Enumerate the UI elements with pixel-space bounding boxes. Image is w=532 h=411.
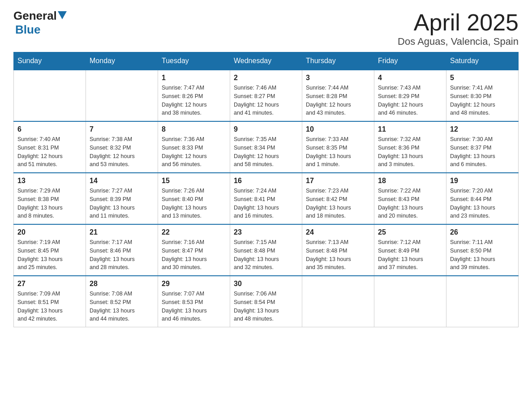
day-info: Sunrise: 7:36 AMSunset: 8:33 PMDaylight:… — [162, 135, 226, 169]
weekday-header-saturday: Saturday — [446, 52, 519, 70]
day-number: 25 — [378, 228, 442, 236]
day-info: Sunrise: 7:16 AMSunset: 8:47 PMDaylight:… — [162, 238, 226, 272]
day-number: 14 — [90, 177, 154, 185]
day-number: 27 — [17, 280, 82, 288]
calendar-cell: 19Sunrise: 7:20 AMSunset: 8:44 PMDayligh… — [446, 173, 519, 224]
calendar-week-2: 6Sunrise: 7:40 AMSunset: 8:31 PMDaylight… — [14, 121, 519, 173]
day-number: 3 — [306, 74, 370, 82]
logo-text-blue: Blue — [15, 23, 40, 37]
calendar-cell: 10Sunrise: 7:33 AMSunset: 8:35 PMDayligh… — [302, 121, 374, 173]
calendar-cell: 4Sunrise: 7:43 AMSunset: 8:29 PMDaylight… — [374, 70, 446, 121]
day-info: Sunrise: 7:09 AMSunset: 8:51 PMDaylight:… — [17, 290, 82, 323]
calendar-cell: 7Sunrise: 7:38 AMSunset: 8:32 PMDaylight… — [86, 121, 158, 173]
weekday-header-monday: Monday — [86, 52, 158, 70]
day-info: Sunrise: 7:26 AMSunset: 8:40 PMDaylight:… — [162, 187, 226, 220]
calendar-title: April 2025 — [398, 9, 519, 36]
day-number: 5 — [450, 74, 515, 82]
calendar-cell: 5Sunrise: 7:41 AMSunset: 8:30 PMDaylight… — [446, 70, 519, 121]
calendar-cell: 9Sunrise: 7:35 AMSunset: 8:34 PMDaylight… — [230, 121, 302, 173]
calendar-table: SundayMondayTuesdayWednesdayThursdayFrid… — [13, 52, 519, 327]
weekday-header-thursday: Thursday — [302, 52, 374, 70]
day-number: 16 — [234, 177, 298, 185]
day-info: Sunrise: 7:07 AMSunset: 8:53 PMDaylight:… — [162, 290, 226, 323]
calendar-week-4: 20Sunrise: 7:19 AMSunset: 8:45 PMDayligh… — [14, 224, 519, 276]
calendar-cell: 25Sunrise: 7:12 AMSunset: 8:49 PMDayligh… — [374, 224, 446, 276]
calendar-cell: 3Sunrise: 7:44 AMSunset: 8:28 PMDaylight… — [302, 70, 374, 121]
calendar-cell: 2Sunrise: 7:46 AMSunset: 8:27 PMDaylight… — [230, 70, 302, 121]
day-info: Sunrise: 7:06 AMSunset: 8:54 PMDaylight:… — [234, 290, 298, 323]
weekday-header-friday: Friday — [374, 52, 446, 70]
day-number: 12 — [450, 125, 515, 133]
day-number: 19 — [450, 177, 515, 185]
calendar-cell: 22Sunrise: 7:16 AMSunset: 8:47 PMDayligh… — [158, 224, 230, 276]
day-info: Sunrise: 7:33 AMSunset: 8:35 PMDaylight:… — [306, 135, 370, 169]
calendar-cell: 17Sunrise: 7:23 AMSunset: 8:42 PMDayligh… — [302, 173, 374, 224]
day-number: 22 — [162, 228, 226, 236]
day-info: Sunrise: 7:35 AMSunset: 8:34 PMDaylight:… — [234, 135, 298, 169]
day-number: 4 — [378, 74, 442, 82]
day-info: Sunrise: 7:24 AMSunset: 8:41 PMDaylight:… — [234, 187, 298, 220]
title-block: April 2025 Dos Aguas, Valencia, Spain — [398, 9, 519, 47]
day-info: Sunrise: 7:13 AMSunset: 8:48 PMDaylight:… — [306, 238, 370, 272]
day-info: Sunrise: 7:20 AMSunset: 8:44 PMDaylight:… — [450, 187, 515, 220]
calendar-cell: 23Sunrise: 7:15 AMSunset: 8:48 PMDayligh… — [230, 224, 302, 276]
logo-text-general: General — [13, 9, 57, 23]
day-number: 29 — [162, 280, 226, 288]
day-number: 30 — [234, 280, 298, 288]
day-info: Sunrise: 7:19 AMSunset: 8:45 PMDaylight:… — [17, 238, 82, 272]
day-number: 15 — [162, 177, 226, 185]
calendar-cell: 15Sunrise: 7:26 AMSunset: 8:40 PMDayligh… — [158, 173, 230, 224]
day-number: 10 — [306, 125, 370, 133]
calendar-cell: 21Sunrise: 7:17 AMSunset: 8:46 PMDayligh… — [86, 224, 158, 276]
calendar-cell: 30Sunrise: 7:06 AMSunset: 8:54 PMDayligh… — [230, 276, 302, 327]
day-number: 2 — [234, 74, 298, 82]
day-info: Sunrise: 7:41 AMSunset: 8:30 PMDaylight:… — [450, 84, 515, 117]
page-header: General Blue April 2025 Dos Aguas, Valen… — [13, 9, 519, 47]
day-number: 23 — [234, 228, 298, 236]
day-number: 24 — [306, 228, 370, 236]
calendar-cell: 11Sunrise: 7:32 AMSunset: 8:36 PMDayligh… — [374, 121, 446, 173]
day-number: 18 — [378, 177, 442, 185]
day-number: 21 — [90, 228, 154, 236]
calendar-week-1: 1Sunrise: 7:47 AMSunset: 8:26 PMDaylight… — [14, 70, 519, 121]
calendar-subtitle: Dos Aguas, Valencia, Spain — [398, 36, 519, 47]
day-number: 6 — [17, 125, 82, 133]
calendar-cell: 13Sunrise: 7:29 AMSunset: 8:38 PMDayligh… — [14, 173, 86, 224]
calendar-cell: 12Sunrise: 7:30 AMSunset: 8:37 PMDayligh… — [446, 121, 519, 173]
day-info: Sunrise: 7:40 AMSunset: 8:31 PMDaylight:… — [17, 135, 82, 169]
day-info: Sunrise: 7:11 AMSunset: 8:50 PMDaylight:… — [450, 238, 515, 272]
day-number: 17 — [306, 177, 370, 185]
calendar-cell: 8Sunrise: 7:36 AMSunset: 8:33 PMDaylight… — [158, 121, 230, 173]
day-info: Sunrise: 7:27 AMSunset: 8:39 PMDaylight:… — [90, 187, 154, 220]
day-info: Sunrise: 7:22 AMSunset: 8:43 PMDaylight:… — [378, 187, 442, 220]
weekday-header-wednesday: Wednesday — [230, 52, 302, 70]
day-number: 13 — [17, 177, 82, 185]
day-number: 20 — [17, 228, 82, 236]
calendar-header-row: SundayMondayTuesdayWednesdayThursdayFrid… — [14, 52, 519, 70]
day-info: Sunrise: 7:17 AMSunset: 8:46 PMDaylight:… — [90, 238, 154, 272]
calendar-cell: 29Sunrise: 7:07 AMSunset: 8:53 PMDayligh… — [158, 276, 230, 327]
calendar-week-5: 27Sunrise: 7:09 AMSunset: 8:51 PMDayligh… — [14, 276, 519, 327]
calendar-week-3: 13Sunrise: 7:29 AMSunset: 8:38 PMDayligh… — [14, 173, 519, 224]
day-number: 1 — [162, 74, 226, 82]
calendar-cell: 28Sunrise: 7:08 AMSunset: 8:52 PMDayligh… — [86, 276, 158, 327]
day-info: Sunrise: 7:15 AMSunset: 8:48 PMDaylight:… — [234, 238, 298, 272]
day-number: 26 — [450, 228, 515, 236]
calendar-cell: 27Sunrise: 7:09 AMSunset: 8:51 PMDayligh… — [14, 276, 86, 327]
day-info: Sunrise: 7:29 AMSunset: 8:38 PMDaylight:… — [17, 187, 82, 220]
day-info: Sunrise: 7:12 AMSunset: 8:49 PMDaylight:… — [378, 238, 442, 272]
day-info: Sunrise: 7:23 AMSunset: 8:42 PMDaylight:… — [306, 187, 370, 220]
logo-triangle-icon — [58, 11, 67, 19]
calendar-cell — [86, 70, 158, 121]
weekday-header-tuesday: Tuesday — [158, 52, 230, 70]
day-info: Sunrise: 7:44 AMSunset: 8:28 PMDaylight:… — [306, 84, 370, 117]
calendar-cell: 1Sunrise: 7:47 AMSunset: 8:26 PMDaylight… — [158, 70, 230, 121]
day-number: 11 — [378, 125, 442, 133]
day-info: Sunrise: 7:47 AMSunset: 8:26 PMDaylight:… — [162, 84, 226, 117]
day-info: Sunrise: 7:46 AMSunset: 8:27 PMDaylight:… — [234, 84, 298, 117]
weekday-header-sunday: Sunday — [14, 52, 86, 70]
day-number: 7 — [90, 125, 154, 133]
day-info: Sunrise: 7:43 AMSunset: 8:29 PMDaylight:… — [378, 84, 442, 117]
calendar-cell — [374, 276, 446, 327]
calendar-cell: 18Sunrise: 7:22 AMSunset: 8:43 PMDayligh… — [374, 173, 446, 224]
